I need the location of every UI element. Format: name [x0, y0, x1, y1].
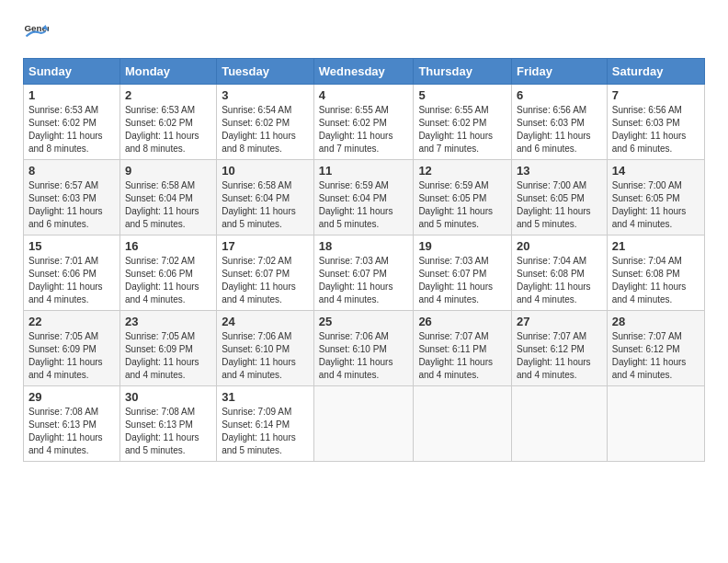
page-header: General: [23, 18, 705, 44]
calendar-day-cell: 22 Sunrise: 7:05 AMSunset: 6:09 PMDaylig…: [24, 311, 120, 386]
calendar-day-cell: 6 Sunrise: 6:56 AMSunset: 6:03 PMDayligh…: [511, 85, 607, 160]
calendar-week-row: 1 Sunrise: 6:53 AMSunset: 6:02 PMDayligh…: [24, 85, 705, 160]
day-info: Sunrise: 7:04 AMSunset: 6:08 PMDaylight:…: [517, 256, 591, 304]
day-info: Sunrise: 7:02 AMSunset: 6:07 PMDaylight:…: [222, 256, 296, 304]
day-number: 6: [517, 88, 602, 102]
weekday-header-thursday: Thursday: [414, 59, 512, 85]
calendar-day-cell: 26 Sunrise: 7:07 AMSunset: 6:11 PMDaylig…: [414, 311, 512, 386]
weekday-header-friday: Friday: [511, 59, 607, 85]
day-info: Sunrise: 6:53 AMSunset: 6:02 PMDaylight:…: [28, 105, 103, 154]
calendar-week-row: 29 Sunrise: 7:08 AMSunset: 6:13 PMDaylig…: [24, 386, 705, 462]
day-number: 22: [28, 315, 115, 328]
weekday-header-tuesday: Tuesday: [217, 59, 314, 85]
day-info: Sunrise: 7:08 AMSunset: 6:13 PMDaylight:…: [125, 407, 199, 455]
day-info: Sunrise: 6:59 AMSunset: 6:05 PMDaylight:…: [418, 180, 493, 229]
day-info: Sunrise: 7:02 AMSunset: 6:06 PMDaylight:…: [125, 256, 199, 304]
calendar-day-cell: 3 Sunrise: 6:54 AMSunset: 6:02 PMDayligh…: [217, 85, 314, 160]
day-number: 19: [418, 239, 506, 253]
day-info: Sunrise: 7:07 AMSunset: 6:11 PMDaylight:…: [418, 331, 493, 380]
day-number: 11: [319, 164, 409, 178]
calendar-day-cell: 13 Sunrise: 7:00 AMSunset: 6:05 PMDaylig…: [511, 160, 607, 236]
calendar-day-cell: 30 Sunrise: 7:08 AMSunset: 6:13 PMDaylig…: [119, 386, 216, 462]
day-number: 26: [418, 315, 506, 328]
logo: General: [23, 18, 52, 44]
calendar-day-cell: 23 Sunrise: 7:05 AMSunset: 6:09 PMDaylig…: [119, 311, 216, 386]
day-number: 30: [125, 390, 211, 404]
calendar-day-cell: 7 Sunrise: 6:56 AMSunset: 6:03 PMDayligh…: [607, 85, 704, 160]
day-info: Sunrise: 6:59 AMSunset: 6:04 PMDaylight:…: [319, 180, 393, 229]
calendar-day-cell: 12 Sunrise: 6:59 AMSunset: 6:05 PMDaylig…: [414, 160, 512, 236]
day-number: 25: [319, 315, 409, 328]
day-info: Sunrise: 6:53 AMSunset: 6:02 PMDaylight:…: [125, 105, 199, 154]
day-number: 24: [222, 315, 309, 328]
day-info: Sunrise: 7:03 AMSunset: 6:07 PMDaylight:…: [319, 256, 393, 304]
day-number: 17: [222, 239, 309, 253]
weekday-header-monday: Monday: [119, 59, 216, 85]
day-number: 9: [125, 164, 211, 178]
day-info: Sunrise: 7:00 AMSunset: 6:05 PMDaylight:…: [517, 180, 591, 229]
day-info: Sunrise: 6:54 AMSunset: 6:02 PMDaylight:…: [222, 105, 296, 154]
day-info: Sunrise: 7:04 AMSunset: 6:08 PMDaylight:…: [612, 256, 687, 304]
calendar-day-cell: 21 Sunrise: 7:04 AMSunset: 6:08 PMDaylig…: [607, 236, 704, 311]
calendar-week-row: 8 Sunrise: 6:57 AMSunset: 6:03 PMDayligh…: [24, 160, 705, 236]
day-info: Sunrise: 7:08 AMSunset: 6:13 PMDaylight:…: [28, 407, 103, 455]
calendar-day-cell: 19 Sunrise: 7:03 AMSunset: 6:07 PMDaylig…: [414, 236, 512, 311]
logo-icon: General: [23, 18, 49, 44]
calendar-day-cell: 16 Sunrise: 7:02 AMSunset: 6:06 PMDaylig…: [119, 236, 216, 311]
weekday-header-saturday: Saturday: [607, 59, 704, 85]
day-info: Sunrise: 6:55 AMSunset: 6:02 PMDaylight:…: [418, 105, 493, 154]
calendar-day-cell: [313, 386, 414, 462]
calendar-day-cell: 29 Sunrise: 7:08 AMSunset: 6:13 PMDaylig…: [24, 386, 120, 462]
day-number: 1: [28, 88, 115, 102]
calendar-day-cell: 1 Sunrise: 6:53 AMSunset: 6:02 PMDayligh…: [24, 85, 120, 160]
day-info: Sunrise: 7:01 AMSunset: 6:06 PMDaylight:…: [28, 256, 103, 304]
day-number: 23: [125, 315, 211, 328]
day-number: 5: [418, 88, 506, 102]
calendar-day-cell: 8 Sunrise: 6:57 AMSunset: 6:03 PMDayligh…: [24, 160, 120, 236]
day-info: Sunrise: 6:58 AMSunset: 6:04 PMDaylight:…: [222, 180, 296, 229]
calendar-day-cell: 25 Sunrise: 7:06 AMSunset: 6:10 PMDaylig…: [313, 311, 414, 386]
day-number: 29: [28, 390, 115, 404]
calendar-day-cell: 5 Sunrise: 6:55 AMSunset: 6:02 PMDayligh…: [414, 85, 512, 160]
day-number: 16: [125, 239, 211, 253]
day-number: 27: [517, 315, 602, 328]
calendar-day-cell: 31 Sunrise: 7:09 AMSunset: 6:14 PMDaylig…: [217, 386, 314, 462]
day-number: 7: [612, 88, 700, 102]
calendar-day-cell: 15 Sunrise: 7:01 AMSunset: 6:06 PMDaylig…: [24, 236, 120, 311]
calendar-day-cell: 28 Sunrise: 7:07 AMSunset: 6:12 PMDaylig…: [607, 311, 704, 386]
calendar-day-cell: 27 Sunrise: 7:07 AMSunset: 6:12 PMDaylig…: [511, 311, 607, 386]
calendar-week-row: 15 Sunrise: 7:01 AMSunset: 6:06 PMDaylig…: [24, 236, 705, 311]
day-info: Sunrise: 7:03 AMSunset: 6:07 PMDaylight:…: [418, 256, 493, 304]
day-number: 28: [612, 315, 700, 328]
calendar-day-cell: 4 Sunrise: 6:55 AMSunset: 6:02 PMDayligh…: [313, 85, 414, 160]
day-number: 10: [222, 164, 309, 178]
calendar-day-cell: 9 Sunrise: 6:58 AMSunset: 6:04 PMDayligh…: [119, 160, 216, 236]
day-number: 13: [517, 164, 602, 178]
day-info: Sunrise: 6:56 AMSunset: 6:03 PMDaylight:…: [517, 105, 591, 154]
day-number: 2: [125, 88, 211, 102]
day-info: Sunrise: 7:09 AMSunset: 6:14 PMDaylight:…: [222, 407, 296, 455]
calendar-day-cell: 17 Sunrise: 7:02 AMSunset: 6:07 PMDaylig…: [217, 236, 314, 311]
calendar-day-cell: 20 Sunrise: 7:04 AMSunset: 6:08 PMDaylig…: [511, 236, 607, 311]
day-info: Sunrise: 7:05 AMSunset: 6:09 PMDaylight:…: [125, 331, 199, 380]
calendar-day-cell: [511, 386, 607, 462]
day-number: 8: [28, 164, 115, 178]
day-number: 14: [612, 164, 700, 178]
calendar-day-cell: 2 Sunrise: 6:53 AMSunset: 6:02 PMDayligh…: [119, 85, 216, 160]
calendar-day-cell: 10 Sunrise: 6:58 AMSunset: 6:04 PMDaylig…: [217, 160, 314, 236]
calendar-day-cell: 24 Sunrise: 7:06 AMSunset: 6:10 PMDaylig…: [217, 311, 314, 386]
calendar-day-cell: [607, 386, 704, 462]
day-number: 4: [319, 88, 409, 102]
weekday-header-sunday: Sunday: [24, 59, 120, 85]
day-info: Sunrise: 6:55 AMSunset: 6:02 PMDaylight:…: [319, 105, 393, 154]
day-info: Sunrise: 7:00 AMSunset: 6:05 PMDaylight:…: [612, 180, 687, 229]
weekday-header-wednesday: Wednesday: [313, 59, 414, 85]
day-info: Sunrise: 6:58 AMSunset: 6:04 PMDaylight:…: [125, 180, 199, 229]
day-number: 12: [418, 164, 506, 178]
calendar-day-cell: [414, 386, 512, 462]
day-number: 31: [222, 390, 309, 404]
calendar-week-row: 22 Sunrise: 7:05 AMSunset: 6:09 PMDaylig…: [24, 311, 705, 386]
calendar-day-cell: 11 Sunrise: 6:59 AMSunset: 6:04 PMDaylig…: [313, 160, 414, 236]
day-number: 3: [222, 88, 309, 102]
calendar-day-cell: 14 Sunrise: 7:00 AMSunset: 6:05 PMDaylig…: [607, 160, 704, 236]
